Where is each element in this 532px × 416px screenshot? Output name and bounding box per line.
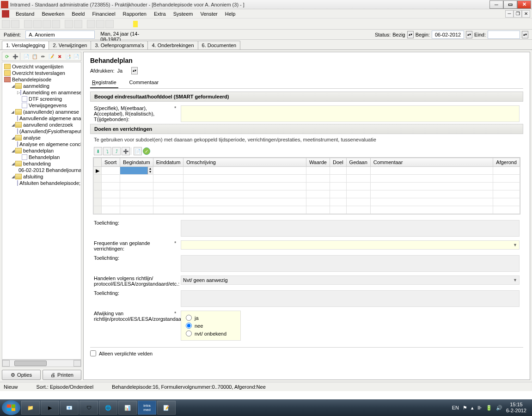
sidebar-scrollbar[interactable] [2, 360, 81, 367]
tool-copy[interactable] [96, 20, 104, 28]
tree-afsluiten-episode[interactable]: Afsluiten behandelepisode; eindev [2, 180, 81, 186]
toelichting-field-3[interactable] [181, 290, 520, 307]
menu-venster[interactable]: Venster [196, 10, 221, 18]
tool-2[interactable] [11, 20, 19, 28]
tab-documenten[interactable]: 6. Documenten [198, 41, 241, 49]
col-soort[interactable]: Soort [102, 158, 120, 167]
task-word[interactable]: 📝 [157, 401, 176, 415]
tree-dtf-screening[interactable]: DTF screening [2, 96, 81, 102]
task-excel[interactable]: 📊 [118, 401, 137, 415]
grid-row-1[interactable]: ▶ ▴▾ [94, 167, 520, 175]
task-intramed[interactable]: intramed [138, 401, 156, 415]
sb-icon-2[interactable]: 📋 [31, 53, 38, 60]
menu-bewerken[interactable]: Bewerken [38, 10, 68, 18]
menu-beeld[interactable]: Beeld [68, 10, 88, 18]
scroll-left-icon[interactable] [2, 360, 10, 367]
col-commentaar[interactable]: Commentaar [370, 158, 493, 167]
tree-behandeling[interactable]: ◢behandeling [2, 160, 81, 167]
col-afgerond[interactable]: Afgerond [493, 158, 520, 167]
tool-prev[interactable] [65, 20, 73, 28]
tab-onderbrekingen[interactable]: 4. Onderbrekingen [147, 41, 198, 49]
grid-tool-doc[interactable]: 📄 [134, 147, 142, 155]
tree-analyse[interactable]: ◢analyse [2, 135, 81, 141]
doelen-grid[interactable]: Soort Begindatum Einddatum Omschrijving … [93, 157, 520, 214]
col-begindatum[interactable]: Begindatum [120, 158, 153, 167]
tab-verslaglegging[interactable]: 1. Verslaglegging [2, 41, 49, 49]
sb-delete-icon[interactable]: ✖ [56, 53, 63, 60]
taskbar-clock[interactable]: 15:15 6-2-2012 [506, 402, 526, 414]
tool-3[interactable] [24, 20, 32, 28]
tray-battery-icon[interactable]: 🔋 [486, 405, 492, 411]
toelichting-field-2[interactable] [181, 255, 520, 272]
patient-name-field[interactable] [25, 31, 95, 39]
opties-button[interactable]: ⚙Opties [2, 370, 41, 380]
menu-bestand[interactable]: Bestand [12, 10, 38, 18]
handelen-dropdown[interactable]: Nvt/ geen aanwezig▼ [181, 275, 520, 285]
tool-next[interactable] [74, 20, 82, 28]
task-chrome[interactable]: 🌐 [99, 401, 117, 415]
tool-cut[interactable] [87, 20, 95, 28]
eind-date-field[interactable] [488, 31, 520, 39]
task-shield[interactable]: 🛡 [79, 401, 98, 415]
toelichting-field-1[interactable] [181, 220, 520, 237]
tool-1[interactable] [2, 20, 10, 28]
tree-behandelplan-doc[interactable]: Behandelplan [2, 154, 81, 160]
frequentie-dropdown[interactable]: ▼ [181, 240, 520, 250]
radio-nee[interactable] [186, 323, 192, 329]
grid-tool-2[interactable]: ⤵ [103, 147, 111, 155]
mdi-restore[interactable]: ❐ [514, 10, 522, 18]
tab-verwijzingen[interactable]: 2. Verwijzingen [49, 41, 91, 49]
grid-tool-1[interactable]: ⬇ [94, 147, 102, 155]
tree-aanmelding-anamnese[interactable]: ▷Aanmelding en anamnese DTF/ v [2, 89, 81, 96]
maximize-button[interactable]: ▭ [503, 0, 517, 9]
action-center-icon[interactable]: ⚑ [463, 405, 467, 411]
tree-fysiotherapeutisch[interactable]: (Aanvullend)Fysiotherapeutisch on [2, 128, 81, 135]
tray-volume-icon[interactable]: 🔊 [496, 405, 502, 411]
col-gedaan[interactable]: Gedaan [346, 158, 370, 167]
sb-icon-1[interactable]: 📄 [23, 53, 30, 60]
tool-4[interactable] [33, 20, 42, 28]
col-omschrijving[interactable]: Omschrijving [183, 158, 306, 167]
status-spinner[interactable]: ▴▾ [407, 31, 414, 38]
subtab-registratie[interactable]: Registratie [90, 78, 118, 88]
start-button[interactable] [2, 400, 20, 415]
tool-6[interactable] [52, 20, 60, 28]
menu-rapporten[interactable]: Rapporten [119, 10, 150, 18]
cell-spinner[interactable]: ▴▾ [147, 167, 153, 174]
note-icon[interactable] [133, 21, 138, 27]
tool-paste[interactable] [105, 20, 114, 28]
menu-systeem[interactable]: Systeem [170, 10, 197, 18]
radio-nvt[interactable] [186, 330, 192, 336]
tray-chevron-icon[interactable]: ▴ [471, 405, 474, 411]
menu-financieel[interactable]: Financieel [88, 10, 119, 18]
col-waarde[interactable]: Waarde [306, 158, 330, 167]
mdi-close[interactable]: ✕ [522, 10, 530, 18]
tree-overzicht-vragenlijsten[interactable]: Overzicht vragenlijsten [2, 63, 81, 70]
grid-row-3[interactable] [94, 183, 520, 190]
grid-tool-check[interactable]: ✓ [143, 147, 150, 155]
scroll-right-icon[interactable] [73, 360, 81, 367]
tree-aanvullende-anamnese[interactable]: ◢(aanvullende) anamnese [2, 109, 81, 115]
grid-tool-4[interactable]: ➕ [122, 147, 130, 155]
tree-aanvullende-algemene[interactable]: Aanvullende algemene anamnese [2, 115, 81, 122]
only-required-checkbox[interactable] [90, 350, 96, 356]
tree-aanvullend-onderzoek[interactable]: ◢aanvullend onderzoek [2, 122, 81, 128]
sb-icon-3[interactable]: ✏ [39, 53, 47, 60]
begin-date-field[interactable] [432, 31, 464, 39]
tree-aanmelding[interactable]: ◢aanmelding [2, 83, 81, 89]
tree-view[interactable]: Overzicht vragenlijsten Overzicht testve… [2, 62, 81, 360]
scroll-thumb[interactable] [14, 361, 47, 366]
tree-behandelplan[interactable]: ◢behandelplan [2, 147, 81, 154]
task-outlook[interactable]: 📧 [60, 401, 79, 415]
grid-row-2[interactable] [94, 175, 520, 183]
radio-ja[interactable] [186, 315, 192, 321]
lang-indicator[interactable]: EN [452, 405, 459, 410]
grid-row-4[interactable] [94, 190, 520, 198]
sb-icon-7[interactable]: 📄 [73, 53, 80, 60]
sb-add-icon[interactable]: ➕ [12, 53, 19, 60]
menu-help[interactable]: Help [221, 10, 239, 18]
begin-spinner[interactable]: ▴▾ [466, 31, 472, 38]
eind-spinner[interactable]: ▴▾ [522, 31, 528, 38]
sb-icon-4[interactable]: 📝 [48, 53, 55, 60]
sb-icon-6[interactable]: 📑 [64, 53, 72, 60]
